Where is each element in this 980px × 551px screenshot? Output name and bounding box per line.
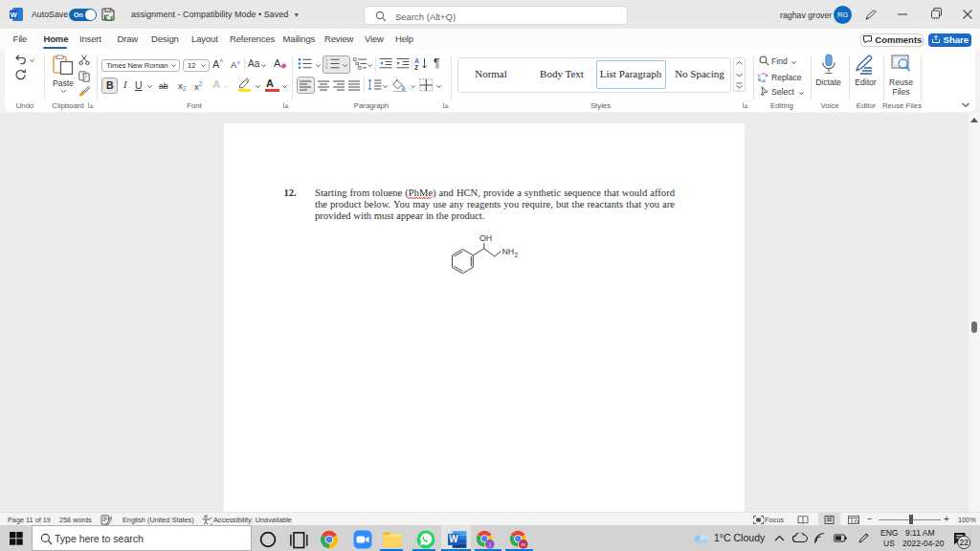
svg-text:W: W	[449, 534, 458, 544]
svg-text:OH: OH	[479, 233, 492, 243]
svg-text:b: b	[758, 72, 761, 77]
svg-text:Z: Z	[414, 64, 419, 71]
svg-text:A: A	[414, 57, 419, 64]
svg-text:c: c	[764, 77, 767, 83]
svg-text:m: m	[522, 540, 525, 546]
svg-text:3: 3	[325, 65, 328, 70]
svg-text:NH: NH	[501, 247, 514, 256]
svg-text:2: 2	[514, 252, 518, 258]
svg-text:22: 22	[959, 538, 969, 547]
